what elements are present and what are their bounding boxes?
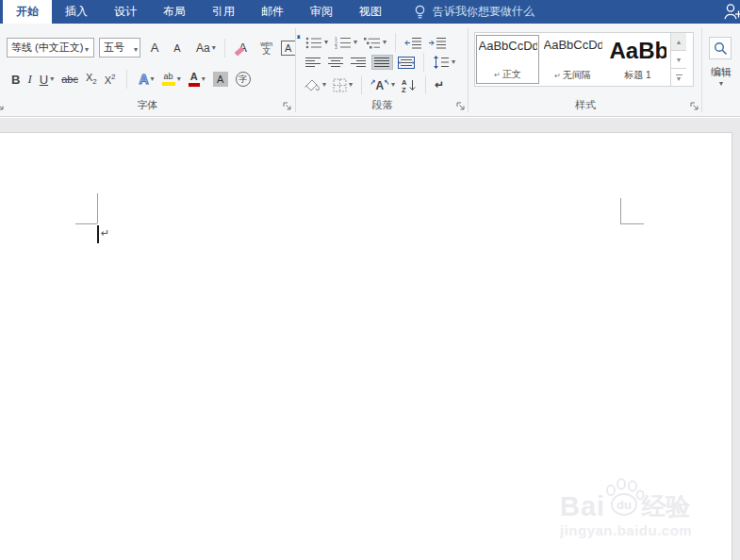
divider xyxy=(425,75,426,94)
font-color-button[interactable]: A xyxy=(189,72,206,87)
align-right-button[interactable] xyxy=(349,56,369,69)
decrease-indent-button[interactable] xyxy=(403,36,424,50)
style-card-heading1[interactable]: AaBb 标题 1 xyxy=(606,35,669,84)
clear-formatting-icon: A xyxy=(238,41,247,55)
distribute-icon xyxy=(398,57,415,69)
tab-review[interactable]: 审阅 xyxy=(297,0,346,24)
bold-icon: B xyxy=(11,73,20,87)
increase-indent-button[interactable] xyxy=(427,36,449,50)
ribbon-tab-bar: 开始 插入 设计 布局 引用 邮件 审阅 视图 告诉我你想要做什么 xyxy=(0,0,740,24)
paragraph-dialog-launcher[interactable] xyxy=(456,102,466,111)
align-left-button[interactable] xyxy=(304,56,323,69)
character-shading-button[interactable]: A xyxy=(213,72,228,87)
font-size-select[interactable]: 五号 xyxy=(99,38,140,58)
divider xyxy=(701,28,702,112)
styles-gallery-more-button[interactable]: ▼ xyxy=(671,69,686,86)
sign-in-icon[interactable] xyxy=(722,3,740,21)
align-center-button[interactable] xyxy=(326,56,346,69)
tab-layout[interactable]: 布局 xyxy=(150,0,199,24)
increase-indent-icon xyxy=(429,37,447,49)
text-effects-button[interactable]: A xyxy=(139,72,154,87)
shrink-font-button[interactable]: A▼ xyxy=(169,42,186,54)
watermark-jingyan: 经验 xyxy=(641,494,690,519)
strikethrough-button[interactable]: abc xyxy=(61,74,78,85)
font-dialog-launcher[interactable] xyxy=(283,102,292,111)
styles-gallery: AaBbCcDd ↵正文 AaBbCcDd ↵无间隔 AaBb 标题 1 ▲ ▼… xyxy=(474,32,694,87)
tab-insert[interactable]: 插入 xyxy=(52,0,101,24)
distribute-button[interactable] xyxy=(396,56,417,70)
italic-button[interactable]: I xyxy=(27,72,31,87)
align-center-icon xyxy=(328,57,344,68)
paragraph-group-row3: A AZ ↵ xyxy=(302,75,446,94)
tab-design[interactable]: 设计 xyxy=(101,0,150,24)
change-case-icon: Aa xyxy=(196,41,210,55)
enclose-characters-button[interactable]: 字 xyxy=(236,72,251,87)
justify-icon xyxy=(374,57,390,68)
change-case-button[interactable]: Aa xyxy=(196,41,216,55)
asian-layout-button[interactable]: A xyxy=(369,77,397,92)
clear-formatting-button[interactable]: A xyxy=(234,41,253,55)
show-hide-marks-button[interactable]: ↵ xyxy=(433,77,446,92)
tell-me-box[interactable]: 告诉我你想要做什么 xyxy=(414,0,534,24)
underline-button[interactable]: U xyxy=(40,73,54,87)
multilevel-list-button[interactable] xyxy=(362,36,388,50)
align-left-icon xyxy=(305,57,321,68)
divider xyxy=(295,28,296,112)
styles-scroll-down-button[interactable]: ▼ xyxy=(671,51,686,69)
highlighter-icon: ab xyxy=(162,73,175,86)
subscript-button[interactable]: X2 xyxy=(86,72,97,86)
divider xyxy=(224,39,225,58)
font-name-select[interactable]: 等线 (中文正文) xyxy=(7,38,94,58)
styles-dialog-launcher[interactable] xyxy=(690,102,699,111)
justify-button[interactable] xyxy=(371,55,393,70)
font-name-value: 等线 (中文正文) xyxy=(11,41,83,55)
bold-button[interactable]: B xyxy=(11,73,20,87)
shading-button[interactable] xyxy=(302,77,328,93)
style-card-normal[interactable]: AaBbCcDd ↵正文 xyxy=(476,35,539,84)
numbering-icon: 123 xyxy=(335,36,352,49)
style-name: 标题 1 xyxy=(624,69,650,82)
numbering-button[interactable]: 123 xyxy=(333,35,359,50)
shading-icon xyxy=(304,78,321,92)
borders-icon xyxy=(333,78,347,92)
style-preview: AaBbCcDd xyxy=(544,38,602,52)
divider xyxy=(395,33,396,52)
tell-me-label: 告诉我你想要做什么 xyxy=(433,4,534,20)
strikethrough-icon: abc xyxy=(61,74,78,85)
tab-mailings[interactable]: 邮件 xyxy=(248,0,297,24)
editing-group-button[interactable]: 编辑 xyxy=(703,65,739,79)
divider xyxy=(361,75,362,94)
font-size-value: 五号 xyxy=(104,41,124,55)
font-group-label: 字体 xyxy=(0,98,295,112)
tab-view[interactable]: 视图 xyxy=(346,0,395,24)
asian-layout-icon: A xyxy=(370,78,389,91)
sort-icon: AZ xyxy=(402,78,417,92)
margin-mark-top-left-horizontal xyxy=(75,223,97,224)
divider xyxy=(126,70,127,89)
grow-font-icon: A xyxy=(151,41,159,55)
paragraph-group-label: 段落 xyxy=(297,98,468,112)
phonetic-guide-button[interactable]: wén文 xyxy=(257,41,276,56)
chevron-down-icon[interactable]: ▼ xyxy=(703,80,739,87)
find-button[interactable] xyxy=(709,37,732,59)
character-border-button[interactable]: A xyxy=(281,41,296,56)
bullets-button[interactable] xyxy=(304,36,330,50)
styles-gallery-scroll: ▲ ▼ ▼ xyxy=(670,33,686,86)
tab-references[interactable]: 引用 xyxy=(199,0,248,24)
watermark: Bai du 经验 jingyan.baidu.com xyxy=(560,477,711,538)
text-highlight-button[interactable]: ab xyxy=(162,73,181,86)
margin-mark-top-right-vertical xyxy=(620,198,621,223)
style-card-no-spacing[interactable]: AaBbCcDd ↵无间隔 xyxy=(541,35,604,84)
borders-button[interactable] xyxy=(331,77,354,93)
styles-scroll-up-button[interactable]: ▲ xyxy=(671,33,686,51)
tab-home[interactable]: 开始 xyxy=(3,0,52,24)
line-spacing-button[interactable] xyxy=(431,55,457,70)
styles-group-label: 样式 xyxy=(469,98,701,112)
font-group-row2: B I U abc X2 X2 A ab A A 字 xyxy=(11,70,251,89)
superscript-button[interactable]: X2 xyxy=(105,73,116,86)
style-preview: AaBb xyxy=(610,38,666,64)
character-shading-icon: A xyxy=(213,72,228,87)
divider xyxy=(423,53,424,72)
grow-font-button[interactable]: A▲ xyxy=(145,41,164,55)
sort-button[interactable]: AZ xyxy=(400,77,419,93)
